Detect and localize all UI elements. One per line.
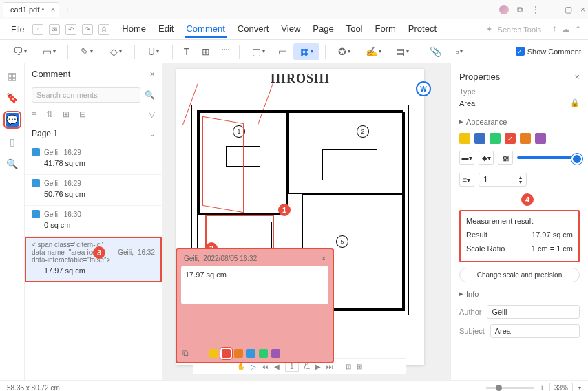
copy-icon[interactable]: ⧉ bbox=[182, 348, 189, 358]
tab-edit[interactable]: Edit bbox=[157, 21, 175, 38]
show-comment-toggle[interactable]: ✓ Show Comment bbox=[516, 47, 581, 56]
word-export-icon[interactable]: W bbox=[416, 81, 431, 96]
underline-tool[interactable]: U▾ bbox=[140, 43, 167, 60]
tab-form[interactable]: Form bbox=[374, 21, 397, 38]
swatch-green[interactable] bbox=[490, 133, 501, 144]
author-input[interactable]: Geili bbox=[487, 305, 580, 319]
fill-color-tool[interactable]: ◆▾ bbox=[479, 151, 494, 165]
prev-page-icon[interactable]: ◀ bbox=[274, 363, 280, 370]
zoom-in-icon[interactable]: + bbox=[540, 384, 544, 391]
cloud-icon[interactable]: ☁ bbox=[562, 25, 569, 34]
open-icon[interactable]: ⤴ bbox=[552, 25, 556, 34]
share-icon[interactable]: ⧉ bbox=[517, 5, 523, 14]
search-comments-icon[interactable]: 🔍 bbox=[145, 90, 155, 100]
mail-icon[interactable]: ✉ bbox=[49, 24, 60, 35]
pencil-tool[interactable]: ✎▾ bbox=[74, 43, 100, 60]
tab-home[interactable]: Home bbox=[120, 21, 147, 38]
print-icon[interactable]: ⎙ bbox=[98, 24, 109, 35]
minimize-icon[interactable]: — bbox=[548, 5, 556, 14]
textbox-tool[interactable]: ⊞ bbox=[198, 43, 214, 60]
undo-icon[interactable]: ↶ bbox=[65, 24, 76, 35]
comment-item[interactable]: Geili, 16:29 50.76 sq cm bbox=[25, 175, 162, 206]
hand-tool-icon[interactable]: ✋ bbox=[237, 363, 245, 370]
comment-item-selected[interactable]: < span class="citem-ic" data-name="area-… bbox=[25, 237, 162, 282]
save-icon[interactable]: ▫ bbox=[32, 24, 43, 35]
popup-close-icon[interactable]: × bbox=[322, 255, 326, 262]
bookmark-icon[interactable]: 🔖 bbox=[6, 91, 19, 105]
stroke-color-tool[interactable]: ▬▾ bbox=[459, 151, 474, 165]
line-style-tool[interactable]: ≡▾ bbox=[459, 173, 474, 187]
clip-tool[interactable]: 📎 bbox=[427, 43, 443, 60]
redo-icon[interactable]: ↷ bbox=[82, 24, 93, 35]
close-panel-icon[interactable]: × bbox=[149, 69, 155, 79]
zoom-slider[interactable] bbox=[486, 387, 534, 389]
text-tool[interactable]: T bbox=[178, 43, 195, 60]
thickness-stepper[interactable]: 1▴▾ bbox=[479, 173, 527, 187]
swatch-red[interactable] bbox=[505, 133, 516, 144]
subject-input[interactable]: Area bbox=[490, 324, 580, 338]
last-page-icon[interactable]: ⏭ bbox=[326, 363, 333, 370]
zoom-out-icon[interactable]: − bbox=[476, 384, 481, 391]
sort-icon[interactable]: ≡ bbox=[32, 109, 36, 119]
popup-swatch[interactable] bbox=[209, 349, 218, 358]
comment-item[interactable]: Geili, 16:29 41.78 sq cm bbox=[25, 144, 162, 175]
popup-swatch[interactable] bbox=[246, 349, 255, 358]
tab-comment[interactable]: Comment bbox=[185, 21, 226, 38]
tab-tool[interactable]: Tool bbox=[345, 21, 364, 38]
annotation-popup[interactable]: Geili, 2022/08/05 16:32 × 17.97 sq cm ⧉ bbox=[176, 248, 334, 363]
sort-alpha-icon[interactable]: ⇅ bbox=[46, 109, 53, 119]
zoom-dropdown-icon[interactable]: ▾ bbox=[578, 385, 581, 391]
info-section[interactable]: ▸ Info bbox=[459, 282, 580, 302]
popup-swatch[interactable] bbox=[259, 349, 268, 358]
measure-tool[interactable]: ▦▾ bbox=[293, 43, 319, 60]
next-page-icon[interactable]: ▶ bbox=[315, 363, 321, 370]
close-properties-icon[interactable]: × bbox=[574, 72, 580, 82]
tab-protect[interactable]: Protect bbox=[407, 21, 438, 38]
popup-text[interactable]: 17.97 sq cm bbox=[181, 266, 328, 304]
expand-icon[interactable]: ⌃ bbox=[575, 25, 581, 34]
stamp-tool[interactable]: ▭ bbox=[274, 43, 291, 60]
opacity-tool[interactable]: ▩ bbox=[498, 151, 513, 165]
profile-icon[interactable] bbox=[499, 5, 509, 14]
thumbnails-icon[interactable]: ▦ bbox=[6, 69, 19, 83]
popup-swatch-selected[interactable] bbox=[222, 349, 231, 358]
select-tool-icon[interactable]: ▷ bbox=[251, 363, 256, 370]
appearance-section[interactable]: ▸ Appearance bbox=[459, 110, 580, 130]
fit-page-icon[interactable]: ⊞ bbox=[357, 363, 362, 370]
popup-swatch[interactable] bbox=[234, 349, 243, 358]
note-tool[interactable]: 🗨▾ bbox=[7, 43, 33, 60]
file-menu[interactable]: File bbox=[7, 22, 28, 37]
annotation-shape[interactable] bbox=[202, 116, 244, 213]
tab-convert[interactable]: Convert bbox=[236, 21, 271, 38]
stamp2-tool[interactable]: ✪▾ bbox=[331, 43, 357, 60]
comment-rail-icon[interactable]: 💬 bbox=[6, 113, 19, 127]
attach-tool[interactable]: ▤▾ bbox=[389, 43, 415, 60]
swatch-blue[interactable] bbox=[474, 133, 485, 144]
file-tab[interactable]: cad1.pdf * × bbox=[3, 2, 59, 17]
opacity-slider[interactable] bbox=[517, 156, 580, 159]
callout-tool[interactable]: ⬚ bbox=[217, 43, 233, 60]
expand-icon[interactable]: ⊞ bbox=[63, 109, 70, 119]
swatch-purple[interactable] bbox=[535, 133, 546, 144]
lock-icon[interactable]: 🔒 bbox=[570, 98, 580, 107]
first-page-icon[interactable]: ⏮ bbox=[262, 363, 269, 370]
highlight-tool[interactable]: ▭▾ bbox=[36, 43, 62, 60]
change-scale-button[interactable]: Change scale and precision bbox=[459, 268, 580, 282]
search-tools[interactable]: ✦ Search Tools ⤴ ☁ ⌃ bbox=[486, 25, 581, 34]
close-tab-icon[interactable]: × bbox=[51, 5, 56, 14]
more-icon[interactable]: ⋮ bbox=[532, 5, 540, 14]
tab-page[interactable]: Page bbox=[311, 21, 335, 38]
popup-swatch[interactable] bbox=[271, 349, 280, 358]
filter-icon[interactable]: ▽ bbox=[149, 109, 155, 119]
fit-width-icon[interactable]: ⊡ bbox=[346, 363, 351, 370]
collapse-icon[interactable]: ⊟ bbox=[79, 109, 86, 119]
swatch-orange[interactable] bbox=[520, 133, 531, 144]
comment-item[interactable]: Geili, 16:30 0 sq cm bbox=[25, 206, 162, 237]
more-tool[interactable]: ▫▾ bbox=[446, 43, 472, 60]
attachments-icon[interactable]: ▯ bbox=[6, 135, 19, 149]
tab-view[interactable]: View bbox=[280, 21, 302, 38]
shape-tool[interactable]: ▢▾ bbox=[245, 43, 271, 60]
maximize-icon[interactable]: ▢ bbox=[565, 5, 572, 14]
sign-tool[interactable]: ✍▾ bbox=[360, 43, 386, 60]
search-icon[interactable]: 🔍 bbox=[6, 157, 19, 171]
